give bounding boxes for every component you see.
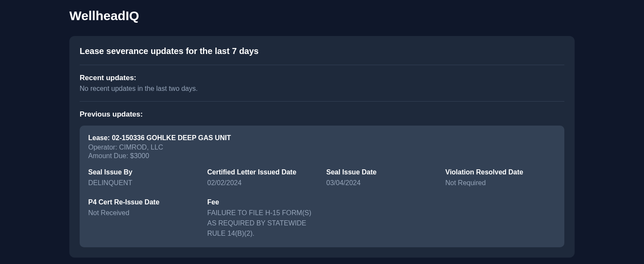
recent-updates-section: Recent updates: No recent updates in the… [80, 65, 564, 102]
detail-label: Certified Letter Issued Date [207, 168, 318, 176]
detail-label: Seal Issue Date [326, 168, 437, 176]
lease-amount-due: Amount Due: $3000 [88, 152, 556, 160]
recent-updates-message: No recent updates in the last two days. [80, 85, 564, 93]
detail-value: 02/02/2024 [207, 178, 318, 188]
fee: Fee FAILURE TO FILE H-15 FORM(S) AS REQU… [207, 198, 318, 239]
lease-header: Lease: 02-150336 GOHLKE DEEP GAS UNIT Op… [88, 134, 556, 160]
detail-value: Not Required [445, 178, 556, 188]
card-title: Lease severance updates for the last 7 d… [80, 46, 564, 65]
detail-value: 03/04/2024 [326, 178, 437, 188]
previous-updates-section: Previous updates: Lease: 02-150336 GOHLK… [80, 102, 564, 247]
detail-label: Violation Resolved Date [445, 168, 556, 176]
seal-issue-by: Seal Issue By DELINQUENT [88, 168, 199, 188]
seal-issue-date: Seal Issue Date 03/04/2024 [326, 168, 437, 188]
p4-cert-reissue-date: P4 Cert Re-Issue Date Not Received [88, 198, 199, 239]
detail-value: Not Received [88, 208, 199, 218]
recent-updates-title: Recent updates: [80, 74, 564, 82]
brand-title: WellheadIQ [69, 9, 575, 23]
previous-updates-title: Previous updates: [80, 110, 564, 119]
detail-label: Seal Issue By [88, 168, 199, 176]
certified-letter-issued-date: Certified Letter Issued Date 02/02/2024 [207, 168, 318, 188]
lease-operator: Operator: CIMROD, LLC [88, 144, 556, 151]
detail-value: FAILURE TO FILE H-15 FORM(S) AS REQUIRED… [207, 208, 318, 239]
detail-label: Fee [207, 198, 318, 206]
lease-severance-card: Lease severance updates for the last 7 d… [69, 36, 575, 258]
violation-resolved-date: Violation Resolved Date Not Required [445, 168, 556, 188]
detail-label: P4 Cert Re-Issue Date [88, 198, 199, 206]
lease-title: Lease: 02-150336 GOHLKE DEEP GAS UNIT [88, 134, 556, 142]
detail-value: DELINQUENT [88, 178, 199, 188]
lease-detail-grid: Seal Issue By DELINQUENT Certified Lette… [88, 168, 556, 239]
lease-update-card: Lease: 02-150336 GOHLKE DEEP GAS UNIT Op… [80, 126, 564, 247]
